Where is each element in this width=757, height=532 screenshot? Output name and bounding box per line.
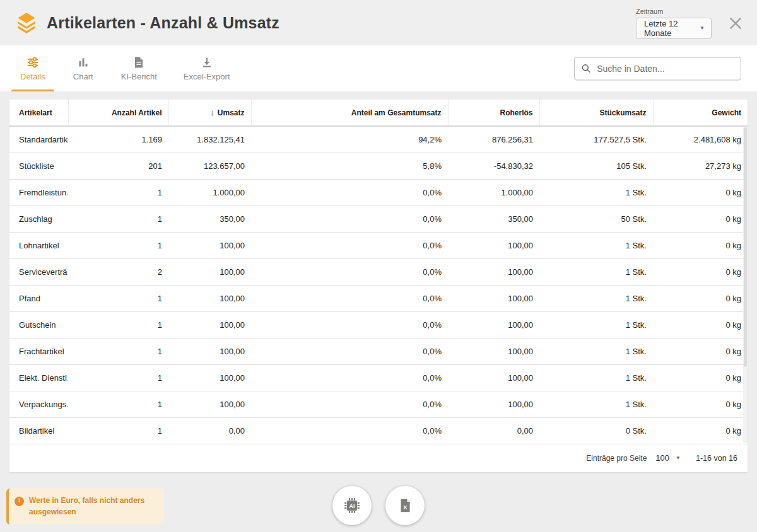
table-cell: Gutschein bbox=[9, 311, 68, 338]
table-cell: 1 bbox=[68, 311, 168, 338]
column-header-anzahl-artikel[interactable]: Anzahl Artikel bbox=[68, 100, 168, 126]
table-row[interactable]: Stückliste201123.657,005,8%-54.830,32105… bbox=[9, 153, 748, 179]
table-scrollbar[interactable] bbox=[743, 127, 748, 443]
table-cell: 2.481,608 kg bbox=[653, 126, 748, 153]
ai-report-button[interactable]: AI bbox=[332, 486, 372, 525]
table-cell: 100,00 bbox=[448, 364, 539, 391]
table-cell: 0,0% bbox=[251, 232, 448, 258]
table-cell: Lohnartikel bbox=[9, 232, 68, 258]
data-table: Artikelart Anzahl Artikel ↓Umsatz Anteil… bbox=[9, 100, 748, 444]
table-cell: Serviceverträ… bbox=[9, 258, 68, 285]
table-cell: 1 Stk. bbox=[539, 311, 653, 338]
table-cell: 1 bbox=[68, 417, 168, 444]
table-cell: Elekt. Dienstl… bbox=[9, 364, 68, 391]
table-cell: 0 kg bbox=[653, 391, 748, 417]
table-cell: 177.527,5 Stk. bbox=[539, 126, 653, 153]
data-table-card: Artikelart Anzahl Artikel ↓Umsatz Anteil… bbox=[9, 100, 748, 472]
table-cell: Zuschlag bbox=[9, 205, 68, 232]
table-cell: 100,00 bbox=[448, 311, 539, 338]
table-cell: 100,00 bbox=[168, 311, 251, 338]
table-row[interactable]: Pfand1100,000,0%100,001 Stk.0 kg bbox=[9, 285, 748, 311]
close-icon bbox=[727, 15, 744, 32]
search-input[interactable] bbox=[597, 64, 734, 74]
table-cell: 5,8% bbox=[251, 153, 448, 179]
table-cell: 0 Stk. bbox=[539, 417, 653, 444]
zeitraum-label: Zeitraum bbox=[636, 8, 712, 15]
scrollbar-thumb[interactable] bbox=[744, 127, 747, 367]
chevron-down-icon: ▼ bbox=[676, 456, 681, 461]
column-header-artikelart[interactable]: Artikelart bbox=[9, 100, 68, 126]
tab-bar: Details Chart KI-Bericht Excel-Export bbox=[0, 45, 757, 91]
table-row[interactable]: Elekt. Dienstl…1100,000,0%100,001 Stk.0 … bbox=[9, 364, 748, 391]
column-header-stueckumsatz[interactable]: Stückumsatz bbox=[539, 100, 653, 126]
table-row[interactable]: Gutschein1100,000,0%100,001 Stk.0 kg bbox=[9, 311, 748, 338]
tab-chart-label: Chart bbox=[73, 72, 93, 81]
tab-ki-bericht-label: KI-Bericht bbox=[121, 72, 157, 81]
fab-group: AI X bbox=[332, 486, 425, 525]
table-row[interactable]: Zuschlag1350,000,0%350,0050 Stk.0 kg bbox=[9, 205, 748, 232]
table-cell: 1 bbox=[68, 391, 168, 417]
table-cell: 0 kg bbox=[653, 285, 748, 311]
table-cell: 1 Stk. bbox=[539, 258, 653, 285]
zeitraum-dropdown[interactable]: Letzte 12 Monate ▼ bbox=[636, 18, 712, 39]
table-cell: 201 bbox=[68, 153, 168, 179]
tune-icon bbox=[26, 56, 39, 69]
table-row[interactable]: Frachtartikel1100,000,0%100,001 Stk.0 kg bbox=[9, 338, 748, 364]
table-cell: 105 Stk. bbox=[539, 153, 653, 179]
table-cell: 1.832.125,41 bbox=[168, 126, 251, 153]
table-cell: 100,00 bbox=[168, 338, 251, 364]
table-cell: 0,0% bbox=[251, 338, 448, 364]
pagination-range: 1-16 von 16 bbox=[696, 454, 737, 463]
table-cell: 876.256,31 bbox=[448, 126, 539, 153]
table-cell: 0,00 bbox=[448, 417, 539, 444]
table-row[interactable]: Serviceverträ…2100,000,0%100,001 Stk.0 k… bbox=[9, 258, 748, 285]
table-row[interactable]: Lohnartikel1100,000,0%100,001 Stk.0 kg bbox=[9, 232, 748, 258]
currency-notice-text: Werte in Euro, falls nicht anders ausgew… bbox=[29, 496, 144, 517]
excel-file-icon: X bbox=[397, 497, 413, 514]
table-cell: 123.657,00 bbox=[168, 153, 251, 179]
table-cell: 1 Stk. bbox=[539, 179, 653, 205]
download-icon bbox=[201, 56, 213, 69]
column-header-anteil[interactable]: Anteil am Gesamtumsatz bbox=[251, 100, 448, 126]
sort-desc-icon: ↓ bbox=[210, 108, 214, 117]
table-cell: Bildartikel bbox=[9, 417, 68, 444]
table-row[interactable]: Verpackungs…1100,000,0%100,001 Stk.0 kg bbox=[9, 391, 748, 417]
table-cell: 0,0% bbox=[251, 285, 448, 311]
column-header-gewicht[interactable]: Gewicht bbox=[653, 100, 748, 126]
layers-logo-icon bbox=[15, 11, 38, 34]
tab-chart[interactable]: Chart bbox=[63, 45, 103, 91]
table-cell: 100,00 bbox=[448, 258, 539, 285]
column-header-roherloes[interactable]: Roherlös bbox=[448, 100, 539, 126]
pagination-bar: Einträge pro Seite 100 ▼ 1-16 von 16 bbox=[9, 444, 748, 472]
close-button[interactable] bbox=[727, 14, 744, 32]
table-cell: 100,00 bbox=[168, 258, 251, 285]
table-cell: 1.000,00 bbox=[448, 179, 539, 205]
table-cell: 1 Stk. bbox=[539, 232, 653, 258]
table-cell: 0 kg bbox=[653, 179, 748, 205]
table-cell: Frachtartikel bbox=[9, 338, 68, 364]
tab-excel-export[interactable]: Excel-Export bbox=[175, 45, 239, 91]
excel-export-button[interactable]: X bbox=[385, 486, 425, 525]
table-row[interactable]: Fremdleistun…11.000,000,0%1.000,001 Stk.… bbox=[9, 179, 748, 205]
table-cell: 0,0% bbox=[251, 391, 448, 417]
page-size-dropdown[interactable]: 100 ▼ bbox=[655, 453, 681, 463]
tab-ki-bericht[interactable]: KI-Bericht bbox=[112, 45, 166, 91]
table-cell: Verpackungs… bbox=[9, 391, 68, 417]
svg-text:AI: AI bbox=[349, 502, 355, 509]
info-icon: i bbox=[15, 497, 24, 506]
document-icon bbox=[132, 56, 145, 69]
table-cell: 100,00 bbox=[168, 232, 251, 258]
table-cell: 2 bbox=[68, 258, 168, 285]
page-size-label: Einträge pro Seite bbox=[586, 454, 647, 463]
table-cell: 0 kg bbox=[653, 311, 748, 338]
table-cell: 1 bbox=[68, 179, 168, 205]
search-box[interactable] bbox=[574, 57, 741, 80]
table-row[interactable]: Standardartikel1.1691.832.125,4194,2%876… bbox=[9, 126, 748, 153]
tab-details[interactable]: Details bbox=[11, 45, 54, 91]
table-cell: 1 bbox=[68, 338, 168, 364]
table-row[interactable]: Bildartikel10,000,0%0,000 Stk.0 kg bbox=[9, 417, 748, 444]
table-cell: 1 bbox=[68, 285, 168, 311]
tab-excel-export-label: Excel-Export bbox=[184, 72, 230, 81]
column-header-umsatz[interactable]: ↓Umsatz bbox=[168, 100, 251, 126]
zeitraum-value: Letzte 12 Monate bbox=[644, 19, 700, 38]
